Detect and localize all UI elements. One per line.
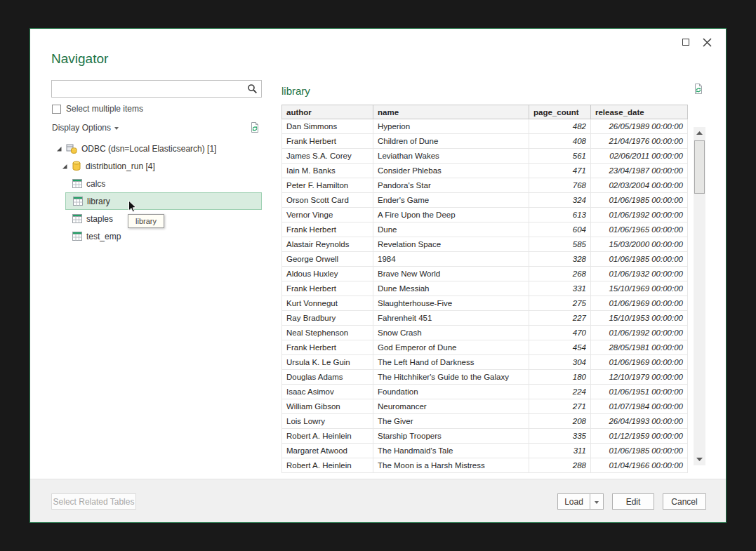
table-cell: 328 bbox=[529, 252, 591, 267]
table-cell: 01/06/1969 00:00:00 bbox=[591, 296, 688, 311]
table-cell: Orson Scott Card bbox=[282, 193, 373, 208]
table-cell: 288 bbox=[529, 458, 591, 473]
table-row: William GibsonNeuromancer27101/07/1984 0… bbox=[282, 399, 688, 414]
refresh-sources-icon[interactable] bbox=[249, 122, 260, 133]
load-dropdown-button[interactable] bbox=[590, 493, 604, 510]
tree-item-odbc-source[interactable]: ODBC (dsn=Local Elasticsearch) [1] bbox=[51, 140, 262, 157]
table-header-row: author name page_count release_date bbox=[282, 105, 688, 119]
vertical-scrollbar[interactable] bbox=[694, 127, 705, 465]
table-cell: James S.A. Corey bbox=[282, 149, 373, 164]
table-cell: Lois Lowry bbox=[282, 414, 373, 429]
table-cell: 613 bbox=[529, 208, 591, 223]
load-split-button: Load bbox=[557, 493, 604, 510]
table-cell: 15/03/2000 00:00:00 bbox=[591, 237, 688, 252]
table-row: Aldous HuxleyBrave New World26801/06/193… bbox=[282, 267, 688, 281]
table-cell: Kurt Vonnegut bbox=[282, 296, 373, 311]
footer-buttons: Load Edit Cancel bbox=[557, 493, 706, 510]
table-cell: 01/04/1966 00:00:00 bbox=[591, 458, 688, 473]
load-button[interactable]: Load bbox=[557, 493, 590, 510]
search-icon[interactable] bbox=[243, 84, 261, 94]
table-cell: The Handmaid's Tale bbox=[373, 444, 529, 458]
table-cell: Robert A. Heinlein bbox=[282, 429, 373, 444]
table-cell: Leviathan Wakes bbox=[373, 149, 529, 164]
table-cell: Peter F. Hamilton bbox=[282, 178, 373, 193]
table-cell: Revelation Space bbox=[373, 237, 529, 252]
table-cell: William Gibson bbox=[282, 399, 373, 414]
display-options-dropdown[interactable]: Display Options bbox=[52, 123, 119, 133]
table-cell: Snow Crash bbox=[373, 326, 529, 340]
scrollbar-thumb[interactable] bbox=[694, 140, 705, 194]
search-input[interactable] bbox=[52, 81, 243, 97]
close-button[interactable] bbox=[696, 34, 717, 50]
table-cell: The Left Hand of Darkness bbox=[373, 355, 529, 370]
scroll-down-button[interactable] bbox=[694, 453, 705, 465]
navigator-tree: ODBC (dsn=Local Elasticsearch) [1] distr… bbox=[51, 140, 262, 245]
table-row: Ursula K. Le GuinThe Left Hand of Darkne… bbox=[282, 355, 688, 370]
table-cell: Frank Herbert bbox=[282, 134, 373, 149]
edit-button[interactable]: Edit bbox=[612, 493, 654, 510]
cancel-button[interactable]: Cancel bbox=[663, 493, 706, 510]
navigator-dialog: Navigator Select multiple items Display … bbox=[29, 28, 727, 523]
window-controls bbox=[675, 34, 717, 50]
tree-item-test-emp[interactable]: test_emp bbox=[65, 227, 262, 245]
table-cell: 01/06/1985 00:00:00 bbox=[591, 444, 688, 458]
table-cell: Pandora's Star bbox=[373, 178, 529, 193]
table-row: Dan SimmonsHyperion48226/05/1989 00:00:0… bbox=[282, 119, 688, 134]
table-cell: 768 bbox=[529, 178, 591, 193]
table-cell: 227 bbox=[529, 311, 591, 326]
tree-item-label: test_emp bbox=[86, 232, 121, 241]
tooltip: library bbox=[128, 214, 164, 228]
tree-item-calcs[interactable]: calcs bbox=[65, 175, 262, 192]
collapse-triangle-icon[interactable] bbox=[61, 163, 68, 170]
table-cell: 15/10/1953 00:00:00 bbox=[591, 311, 688, 326]
table-row: Peter F. HamiltonPandora's Star76802/03/… bbox=[282, 178, 688, 193]
select-multiple-checkbox[interactable] bbox=[52, 105, 61, 114]
table-cell: 01/06/1985 00:00:00 bbox=[591, 252, 688, 267]
table-cell: Neal Stephenson bbox=[282, 326, 373, 340]
display-options-label: Display Options bbox=[52, 123, 111, 133]
table-cell: 271 bbox=[529, 399, 591, 414]
table-cell: 01/12/1959 00:00:00 bbox=[591, 429, 688, 444]
table-cell: 311 bbox=[529, 444, 591, 458]
table-cell: 21/04/1976 00:00:00 bbox=[591, 134, 688, 149]
table-cell: 585 bbox=[529, 237, 591, 252]
table-cell: 01/06/1965 00:00:00 bbox=[591, 223, 688, 237]
table-cell: 01/06/1992 00:00:00 bbox=[591, 326, 688, 340]
table-row: Neal StephensonSnow Crash47001/06/1992 0… bbox=[282, 326, 688, 340]
refresh-preview-icon[interactable] bbox=[693, 84, 704, 95]
table-cell: 01/06/1985 00:00:00 bbox=[591, 193, 688, 208]
select-related-tables-button[interactable]: Select Related Tables bbox=[51, 493, 136, 510]
footer-bar: Select Related Tables Load Edit Cancel bbox=[30, 479, 726, 522]
table-cell: 01/06/1969 00:00:00 bbox=[591, 355, 688, 370]
table-cell: 331 bbox=[529, 281, 591, 296]
table-icon bbox=[72, 232, 82, 241]
tree-item-library[interactable]: library bbox=[65, 192, 262, 210]
table-row: Douglas AdamsThe Hitchhiker's Guide to t… bbox=[282, 370, 688, 385]
table-cell: 28/05/1981 00:00:00 bbox=[591, 340, 688, 355]
search-box bbox=[51, 80, 262, 98]
table-cell: 275 bbox=[529, 296, 591, 311]
tree-item-distribution-run[interactable]: distribution_run [4] bbox=[51, 157, 262, 175]
maximize-icon bbox=[682, 39, 689, 46]
table-cell: 471 bbox=[529, 164, 591, 178]
table-cell: 1984 bbox=[373, 252, 529, 267]
table-row: Alastair ReynoldsRevelation Space58515/0… bbox=[282, 237, 688, 252]
table-cell: 224 bbox=[529, 385, 591, 399]
table-cell: Slaughterhouse-Five bbox=[373, 296, 529, 311]
column-header-page-count: page_count bbox=[529, 105, 591, 119]
table-icon bbox=[72, 179, 82, 188]
table-row: Frank HerbertChildren of Dune40821/04/19… bbox=[282, 134, 688, 149]
table-cell: Ursula K. Le Guin bbox=[282, 355, 373, 370]
table-cell: Foundation bbox=[373, 385, 529, 399]
scroll-up-button[interactable] bbox=[694, 127, 705, 139]
table-cell: Iain M. Banks bbox=[282, 164, 373, 178]
collapse-triangle-icon[interactable] bbox=[55, 145, 62, 152]
chevron-down-icon bbox=[595, 501, 599, 504]
column-header-name: name bbox=[373, 105, 529, 119]
table-cell: 268 bbox=[529, 267, 591, 281]
table-cell: A Fire Upon the Deep bbox=[373, 208, 529, 223]
table-cell: Brave New World bbox=[373, 267, 529, 281]
maximize-button[interactable] bbox=[675, 34, 696, 50]
tree-item-label: library bbox=[87, 197, 110, 206]
table-cell: The Moon is a Harsh Mistress bbox=[373, 458, 529, 473]
